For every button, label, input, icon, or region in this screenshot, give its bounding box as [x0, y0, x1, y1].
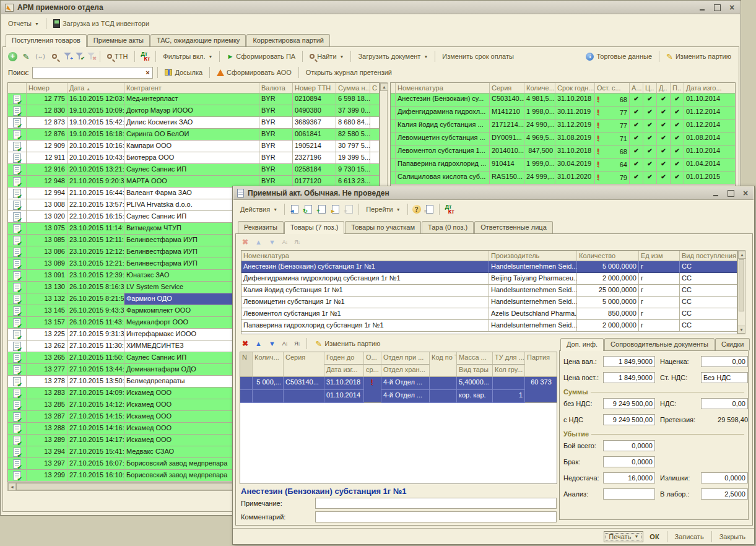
maximize-icon[interactable] [726, 189, 735, 197]
goods-vscrollbar[interactable]: ▲ ▼ [737, 250, 745, 334]
note-input[interactable] [315, 498, 557, 509]
series-row[interactable]: Анестезин (Бензокаин) су...C503140...4 9… [391, 93, 735, 106]
column-header[interactable]: Количество [577, 251, 639, 261]
column-header[interactable]: Производитель [489, 251, 577, 261]
close-button[interactable]: Закрыть [716, 532, 749, 542]
dialog-tab-2[interactable]: Товары (7 поз.) [284, 221, 344, 234]
field-value[interactable]: 0,00 [701, 356, 748, 367]
field-value[interactable]: 0,0000 [603, 440, 655, 451]
change-batch-button[interactable]: ✎Изменить партию [664, 51, 734, 63]
move-up-icon[interactable]: ▲ [254, 238, 263, 246]
series-row[interactable]: Салициловая кислота суб...RAS150...24 99… [391, 171, 735, 184]
main-tab-4[interactable]: Корректировка партий [246, 34, 330, 46]
field-value[interactable]: Без НДС [701, 372, 748, 383]
receipt-row[interactable]: 12 77516.10.2015 12:03:...Мед-интерпласт… [8, 93, 379, 105]
goto-dropdown[interactable]: Перейти▼ [363, 204, 403, 214]
prices-icon[interactable]: ≡ [344, 204, 354, 214]
goods-row[interactable]: Левоментол субстанция 1г №1Azelis Deutsc… [241, 308, 737, 320]
change-payment-term-button[interactable]: Изменить срок оплаты [440, 51, 516, 61]
column-header[interactable]: Партия [525, 352, 557, 377]
actions-dropdown[interactable]: Действия▼ [238, 204, 280, 214]
create-based-icon[interactable]: ► [330, 204, 341, 214]
field-value[interactable]: 0,0000 [701, 472, 748, 483]
column-header[interactable] [8, 83, 27, 93]
receipt-row[interactable]: 12 91620.10.2015 13:21:...Саулес Сапнис … [8, 164, 379, 176]
series-row[interactable]: Левоментол субстанция 1...2014010...847,… [391, 145, 735, 158]
receipt-row[interactable]: 12 87319.10.2015 15:42:...Дилис Косметик… [8, 117, 379, 129]
receipt-row[interactable]: 12 87619.10.2015 16:18:...Сиринга ОО Бел… [8, 129, 379, 141]
receipt-row[interactable]: 12 90920.10.2015 10:16:...Кампари ОООBYR… [8, 141, 379, 152]
info-tab-3[interactable]: Скидки [715, 338, 750, 350]
column-header[interactable]: Ост. с... [595, 83, 630, 93]
close-icon[interactable]: × [741, 189, 750, 197]
column-header[interactable]: Ед изм [639, 251, 680, 261]
filters-dropdown[interactable]: Фильтры вкл.▼ [160, 51, 215, 61]
column-header[interactable]: Сумма н... [336, 83, 370, 93]
column-header[interactable]: Вид поступления [680, 251, 737, 261]
column-header[interactable]: Годен до [324, 352, 364, 365]
column-header[interactable]: N [240, 352, 253, 377]
maximize-icon[interactable] [713, 4, 721, 12]
goods-row[interactable]: Левомицетин субстанция 1г №1Handelsunter… [241, 297, 737, 308]
receipt-row[interactable]: 12 83019.10.2015 10:09:...Доктор Мауэр И… [8, 105, 379, 117]
help-icon[interactable]: ? [412, 205, 421, 214]
scroll-down-icon[interactable]: ▼ [737, 326, 745, 334]
column-header[interactable]: Дата изг... [324, 365, 364, 377]
dialog-tab-4[interactable]: Тара (0 поз.) [422, 221, 474, 233]
ok-button[interactable]: ОК [646, 532, 663, 542]
move-up-icon[interactable]: ▲ [254, 340, 263, 347]
tsd-load-button[interactable]: Загрузка из ТСД инвентори [51, 18, 152, 29]
minimize-icon[interactable] [698, 4, 706, 12]
scroll-up-icon[interactable]: ▲ [738, 251, 746, 259]
comment-input[interactable] [315, 511, 557, 522]
column-header[interactable]: Д.. [657, 83, 671, 93]
trade-data-button[interactable]: iТорговые данные [583, 51, 654, 62]
info-tab-2[interactable]: Сопроводительные документы [604, 338, 715, 350]
report-icon[interactable]: ≡ [424, 204, 435, 214]
column-header[interactable]: Валюта [259, 83, 293, 93]
goods-row[interactable]: Анестезин (Бензокаин) субстанция 1г №1Ha… [241, 261, 737, 273]
receipt-row[interactable]: 12 91120.10.2015 10:43:...Биотерра ОООBY… [8, 152, 379, 164]
column-header[interactable]: Дата▲ [67, 83, 124, 93]
column-header[interactable]: Вид тары [457, 365, 493, 377]
sort-asc-icon[interactable]: А↓ [281, 340, 289, 347]
post-document-icon[interactable]: ◄ [289, 204, 300, 214]
sort-desc-icon[interactable]: Я↓ [293, 239, 301, 245]
move-down-icon[interactable]: ▼ [267, 238, 277, 246]
delete-row-icon[interactable]: ✖ [241, 238, 250, 246]
scroll-up-icon[interactable]: ▲ [380, 83, 388, 91]
sort-desc-icon[interactable]: Я↓ [293, 340, 301, 347]
save-button[interactable]: Записать [671, 532, 708, 542]
column-header[interactable]: Номер [27, 83, 67, 93]
column-header[interactable]: Номенклатура [241, 251, 489, 261]
clear-search-icon[interactable]: × [142, 69, 152, 76]
column-header[interactable]: Серия [490, 83, 524, 93]
field-value[interactable]: 9 249 500,00 [603, 414, 655, 425]
find-dropdown[interactable]: Найти▼ [307, 51, 346, 61]
column-header[interactable]: ТУ для ... [493, 352, 525, 365]
batch-row[interactable]: 5 000,...C503140...31.10.201801.10.2014!… [240, 377, 557, 403]
column-header[interactable]: Масса ... [457, 352, 493, 365]
info-tab-1[interactable]: Доп. инф. [560, 338, 604, 351]
column-header[interactable]: Отдел хран... [381, 365, 430, 377]
dtkt-icon[interactable]: ДтКт [444, 204, 456, 214]
load-document-dropdown[interactable]: Загрузить документ▼ [355, 51, 430, 61]
ttn-search-button[interactable]: ТТН [105, 51, 130, 61]
column-header[interactable]: Серия [284, 352, 324, 377]
scroll-thumb[interactable] [739, 259, 744, 311]
field-value[interactable]: 0,00 [701, 398, 748, 409]
column-header[interactable]: С [370, 83, 380, 93]
scroll-left-icon[interactable]: ◄ [8, 483, 16, 491]
column-header[interactable]: Дата изго... [684, 83, 736, 93]
refresh-icon[interactable]: ↻ [303, 204, 313, 214]
dosylka-button[interactable]: Досылка [162, 67, 205, 77]
filter-apply-icon[interactable]: ✔ [75, 51, 84, 61]
column-header[interactable]: Ц.. [643, 83, 657, 93]
dialog-tab-5[interactable]: Ответственные лица [474, 221, 553, 233]
goods-row[interactable]: Дифенгидрамина гидрохлорид субстанция 1г… [241, 273, 737, 285]
column-header[interactable] [391, 83, 396, 93]
column-header[interactable]: Количе... [524, 83, 555, 93]
column-header[interactable]: Отдел при ... [381, 352, 430, 365]
column-header[interactable]: О... [364, 352, 381, 365]
column-header[interactable]: Контрагент [124, 83, 259, 93]
